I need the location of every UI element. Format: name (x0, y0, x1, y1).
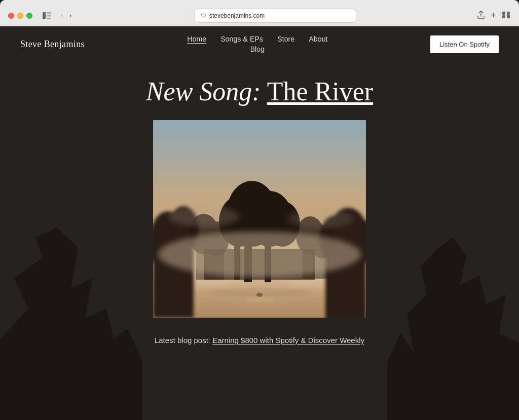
svg-rect-7 (507, 15, 510, 18)
nav-arrows: ‹ › (59, 11, 73, 21)
svg-point-41 (244, 297, 275, 302)
traffic-lights (8, 13, 32, 19)
nav-songs-eps[interactable]: Songs & EPs (220, 35, 263, 43)
nav-row-1: Home Songs & EPs Store About (187, 35, 327, 43)
svg-rect-6 (502, 15, 505, 18)
blog-post-label: Latest blog post: (155, 336, 210, 345)
headline-italic-part: New Song: (146, 77, 261, 106)
security-icon: 🛡 (201, 13, 206, 19)
svg-point-43 (287, 210, 353, 228)
svg-rect-0 (43, 12, 46, 19)
svg-point-38 (158, 232, 361, 277)
address-bar-container: 🛡 stevebenjamins.com (80, 9, 470, 23)
address-bar[interactable]: 🛡 stevebenjamins.com (194, 9, 356, 23)
close-button[interactable] (8, 13, 14, 19)
svg-point-27 (244, 186, 275, 232)
new-tab-icon[interactable]: + (490, 9, 497, 22)
back-arrow[interactable]: ‹ (59, 11, 65, 21)
sidebar-button[interactable] (43, 12, 51, 19)
browser-chrome: ‹ › 🛡 stevebenjamins.com + (0, 0, 519, 26)
site-logo[interactable]: Steve Benjamins (20, 39, 85, 50)
website: Steve Benjamins Home Songs & EPs Store A… (0, 26, 519, 420)
svg-rect-1 (47, 12, 51, 14)
nav-row-2: Blog (250, 45, 265, 53)
svg-rect-5 (507, 12, 510, 15)
page-headline: New Song: The River (146, 77, 373, 106)
nav-links-container: Home Songs & EPs Store About Blog (187, 35, 327, 53)
grid-icon[interactable] (501, 10, 511, 21)
nav-blog[interactable]: Blog (250, 45, 265, 53)
blog-post-link[interactable]: Earning $800 with Spotify & Discover Wee… (212, 336, 364, 345)
minimize-button[interactable] (17, 13, 23, 19)
blog-post-section: Latest blog post: Earning $800 with Spot… (155, 336, 364, 345)
svg-rect-2 (47, 15, 51, 16)
headline-title-part: The River (267, 77, 373, 106)
nav-store[interactable]: Store (277, 35, 294, 43)
maximize-button[interactable] (26, 13, 32, 19)
nav-home[interactable]: Home (187, 35, 206, 43)
spotify-button[interactable]: Listen On Spotify (430, 35, 499, 53)
svg-point-42 (168, 206, 239, 226)
album-image[interactable] (153, 120, 366, 318)
url-text: stevebenjamins.com (209, 12, 265, 19)
site-navigation: Steve Benjamins Home Songs & EPs Store A… (0, 26, 519, 62)
main-content: New Song: The River (0, 62, 519, 345)
forward-arrow[interactable]: › (67, 11, 74, 21)
svg-rect-4 (502, 12, 505, 15)
browser-actions: + (476, 9, 511, 22)
share-icon[interactable] (476, 10, 486, 22)
svg-rect-3 (47, 18, 51, 19)
river-scene-svg (153, 120, 366, 318)
svg-point-40 (256, 293, 263, 297)
nav-about[interactable]: About (309, 35, 327, 43)
